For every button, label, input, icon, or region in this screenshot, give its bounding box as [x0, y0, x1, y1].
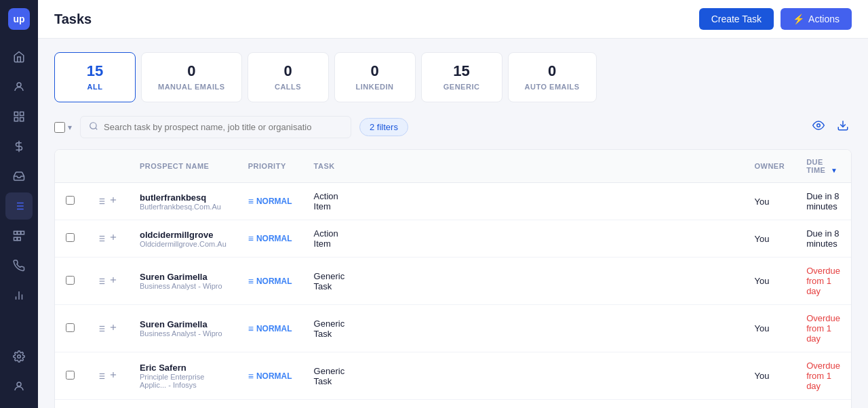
- row-add-icon[interactable]: [108, 195, 118, 207]
- svg-rect-12: [14, 231, 18, 234]
- sidebar-item-settings[interactable]: [5, 343, 33, 370]
- tab-manual-emails[interactable]: 0 MANUAL EMAILS: [141, 52, 242, 102]
- row-controls: [96, 323, 118, 335]
- due-time-text: Overdue from 1 day: [806, 313, 840, 344]
- actions-button[interactable]: ⚡ Actions: [781, 8, 852, 30]
- due-time-text: Overdue from 1 day: [806, 361, 840, 391]
- task-cell: Generic Task: [303, 305, 356, 352]
- task-text: Generic Task: [314, 271, 345, 291]
- row-checkbox[interactable]: [66, 233, 75, 242]
- prospect-sub: Business Analyst - Wipro: [140, 282, 226, 290]
- app-logo: up: [8, 8, 30, 30]
- owner-text: You: [754, 276, 769, 286]
- priority-cell: ≡ NORMAL: [237, 352, 303, 400]
- row-checkbox[interactable]: [66, 371, 75, 380]
- sidebar-item-sequences[interactable]: [5, 222, 33, 249]
- priority-icon: ≡: [248, 371, 254, 382]
- prospect-name: Eric Safern: [140, 363, 226, 373]
- tab-calls[interactable]: 0 CALLS: [248, 52, 329, 102]
- th-priority: PRIORITY: [237, 150, 303, 183]
- tab-auto-emails[interactable]: 0 AUTO EMAILS: [508, 52, 597, 102]
- priority-icon: ≡: [248, 233, 254, 244]
- th-due-time[interactable]: DUE TIME ▼: [795, 150, 851, 183]
- row-add-icon[interactable]: [108, 323, 118, 335]
- owner-text: You: [754, 323, 769, 333]
- sidebar-item-revenue[interactable]: [5, 133, 33, 160]
- svg-rect-14: [21, 231, 24, 234]
- tab-all-label: ALL: [87, 83, 103, 91]
- task-cell: Generic Task: [303, 352, 356, 400]
- row-menu-icon[interactable]: [96, 277, 106, 286]
- owner-cell: You: [743, 183, 795, 220]
- row-menu-icon[interactable]: [96, 234, 106, 243]
- row-actions-cell: [85, 305, 129, 352]
- row-menu-icon[interactable]: [96, 371, 106, 381]
- prospect-name: Suren Garimella: [140, 319, 226, 329]
- tab-linkedin-count: 0: [351, 62, 399, 80]
- row-actions-cell: [85, 258, 129, 305]
- row-menu-icon[interactable]: [96, 324, 106, 333]
- row-add-icon[interactable]: [108, 232, 118, 245]
- svg-rect-16: [18, 237, 21, 241]
- create-task-button[interactable]: Create Task: [699, 8, 774, 30]
- row-checkbox[interactable]: [66, 196, 75, 205]
- prospect-name-cell: oldcidermillgrove Oldcidermillgrove.Com.…: [129, 220, 237, 258]
- th-task: TASK: [303, 150, 356, 183]
- row-actions-cell: [85, 183, 129, 220]
- select-all-area: ▾: [54, 122, 72, 133]
- prospect-sub: Oldcidermillgrove.Com.Au: [140, 240, 226, 248]
- row-controls: [96, 195, 118, 207]
- priority-cell: ≡ NORMAL: [237, 183, 303, 220]
- row-controls: [96, 232, 118, 245]
- search-input[interactable]: [104, 122, 342, 132]
- select-all-checkbox[interactable]: [54, 122, 65, 133]
- table-header-row: PROSPECT NAME PRIORITY TASK OWNER DUE TI…: [55, 150, 851, 183]
- sidebar-item-contacts[interactable]: [5, 73, 33, 100]
- sidebar-item-dashboard[interactable]: [5, 103, 33, 130]
- sidebar-item-profile[interactable]: [5, 373, 33, 400]
- sidebar-item-inbox[interactable]: [5, 163, 33, 190]
- filter-badge[interactable]: 2 filters: [359, 118, 408, 136]
- task-cell: Generic Task: [303, 258, 356, 305]
- priority-badge: ≡ NORMAL: [248, 233, 292, 244]
- due-time-cell: Due in 8 minutes: [795, 220, 851, 258]
- spacer-cell: [355, 258, 743, 305]
- main-content: Tasks Create Task ⚡ Actions 15 ALL 0 MAN…: [38, 0, 868, 408]
- select-dropdown-button[interactable]: ▾: [68, 123, 72, 132]
- table-row: Eric Safern Principle Enterprise Applic.…: [55, 352, 851, 400]
- tab-all[interactable]: 15 ALL: [54, 52, 136, 102]
- owner-cell: You: [743, 220, 795, 258]
- download-button[interactable]: [834, 117, 852, 138]
- th-checkbox: [55, 150, 85, 183]
- row-controls: [96, 370, 118, 382]
- sidebar-item-home[interactable]: [5, 43, 33, 70]
- task-text: Action Item: [314, 191, 338, 211]
- row-add-icon[interactable]: [108, 370, 118, 382]
- pagination: Showing 1 - 10 of 15 ‹ ›: [55, 400, 851, 408]
- tab-linkedin[interactable]: 0 LINKEDIN: [334, 52, 416, 102]
- priority-badge: ≡ NORMAL: [248, 371, 292, 382]
- tab-manual-emails-label: MANUAL EMAILS: [158, 83, 225, 91]
- sidebar-item-tasks[interactable]: [5, 192, 33, 220]
- tab-generic[interactable]: 15 GENERIC: [421, 52, 502, 102]
- svg-rect-1: [14, 112, 18, 115]
- svg-point-0: [17, 83, 21, 87]
- row-checkbox[interactable]: [66, 323, 75, 332]
- svg-rect-3: [14, 118, 18, 121]
- visibility-button[interactable]: [810, 117, 827, 138]
- row-menu-icon[interactable]: [96, 197, 106, 206]
- svg-rect-4: [20, 118, 24, 121]
- row-add-icon[interactable]: [108, 275, 118, 287]
- task-text: Generic Task: [314, 319, 345, 339]
- sidebar-item-analytics[interactable]: [5, 282, 33, 309]
- sidebar-item-calls[interactable]: [5, 252, 33, 279]
- priority-icon: ≡: [248, 323, 254, 334]
- row-checkbox[interactable]: [66, 276, 75, 285]
- priority-icon: ≡: [248, 276, 254, 287]
- row-controls: [96, 275, 118, 287]
- svg-point-21: [17, 382, 21, 386]
- task-cell: Action Item: [303, 220, 356, 258]
- task-cell: Action Item: [303, 183, 356, 220]
- priority-badge: ≡ NORMAL: [248, 196, 292, 207]
- prospect-name-cell: Suren Garimella Business Analyst - Wipro: [129, 258, 237, 305]
